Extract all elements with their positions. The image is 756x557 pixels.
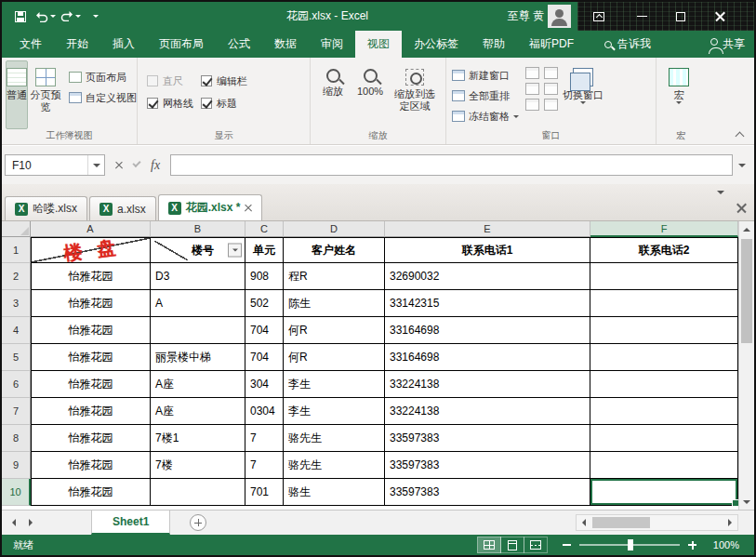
workbook-close-button[interactable] xyxy=(736,203,747,213)
sheet-nav-right-button[interactable] xyxy=(22,511,38,535)
cell-A7[interactable]: 怡雅花园 xyxy=(31,398,151,425)
zoom-slider[interactable] xyxy=(579,544,680,546)
filter-dropdown-button[interactable] xyxy=(228,244,242,258)
save-button[interactable] xyxy=(9,5,32,29)
cell-D10[interactable]: 骆生 xyxy=(284,479,385,506)
share-button[interactable]: 共享 xyxy=(710,31,745,58)
undo-button[interactable] xyxy=(34,5,57,29)
cell-B10[interactable] xyxy=(151,479,245,506)
cell-C10[interactable]: 701 xyxy=(245,479,284,506)
cell-B5[interactable]: 丽景楼中梯 xyxy=(151,344,245,371)
cell-A8[interactable]: 怡雅花园 xyxy=(31,425,151,452)
row-header-4[interactable]: 4 xyxy=(2,317,31,344)
close-button[interactable] xyxy=(704,2,736,31)
split-button[interactable] xyxy=(525,67,539,79)
file-tab-huayuan[interactable]: 花园.xlsx * xyxy=(158,194,263,220)
insert-function-button[interactable]: fx xyxy=(151,158,160,173)
cancel-entry-button[interactable] xyxy=(115,162,123,169)
cell-B6[interactable]: A座 xyxy=(151,371,245,398)
ribbon-tab-office-tab[interactable]: 办公标签 xyxy=(402,31,471,58)
scroll-left-button[interactable] xyxy=(577,515,591,530)
freeze-panes-button[interactable]: 冻结窗格 xyxy=(450,106,521,126)
cell-C4[interactable]: 704 xyxy=(245,317,284,344)
cell-C8[interactable]: 7 xyxy=(245,425,284,452)
cell-F1[interactable]: 联系电话2 xyxy=(590,237,738,263)
ribbon-display-options-button[interactable] xyxy=(585,2,613,31)
page-layout-shortcut[interactable] xyxy=(500,537,524,553)
normal-view-shortcut[interactable] xyxy=(477,537,501,553)
ribbon-tab-review[interactable]: 审阅 xyxy=(309,31,355,58)
arrange-all-button[interactable]: 全部重排 xyxy=(450,86,521,106)
page-break-preview-button[interactable]: 分页预览 xyxy=(28,60,63,129)
cell-C3[interactable]: 502 xyxy=(245,290,284,317)
column-header-E[interactable]: E xyxy=(385,221,590,237)
cell-B1[interactable]: 楼号 xyxy=(151,237,245,263)
tell-me-box[interactable]: 告诉我 xyxy=(604,31,651,58)
ribbon-tab-foxit-pdf[interactable]: 福昕PDF xyxy=(517,31,586,58)
cell-D2[interactable]: 程R xyxy=(284,263,385,290)
page-layout-view-button[interactable]: 页面布局 xyxy=(66,67,139,87)
row-header-6[interactable]: 6 xyxy=(2,371,31,398)
cell-D6[interactable]: 李生 xyxy=(284,371,385,398)
new-window-button[interactable]: 新建窗口 xyxy=(450,65,521,86)
zoom-slider-handle[interactable] xyxy=(628,539,633,550)
zoom-percentage[interactable]: 100% xyxy=(702,539,739,550)
cell-A6[interactable]: 怡雅花园 xyxy=(31,371,151,398)
page-break-shortcut[interactable] xyxy=(524,537,548,553)
macros-button[interactable]: 宏 xyxy=(660,60,697,129)
cell-A9[interactable]: 怡雅花园 xyxy=(31,452,151,479)
cell-D1[interactable]: 客户姓名 xyxy=(284,237,385,263)
ribbon-tab-home[interactable]: 开始 xyxy=(54,31,100,58)
custom-views-button[interactable]: 自定义视图 xyxy=(66,87,139,108)
cell-F6[interactable] xyxy=(590,371,738,398)
view-side-by-side-button[interactable] xyxy=(544,67,558,79)
confirm-entry-button[interactable] xyxy=(132,159,140,167)
new-sheet-button[interactable] xyxy=(190,514,206,531)
row-header-10[interactable]: 10 xyxy=(2,479,31,506)
zoom-button[interactable]: 缩放 xyxy=(314,60,351,129)
headings-checkbox[interactable]: 标题 xyxy=(201,92,266,114)
normal-view-button[interactable]: 普通 xyxy=(6,60,28,129)
sheet-nav-left-button[interactable] xyxy=(6,511,21,535)
cell-E4[interactable]: 33164698 xyxy=(385,317,590,344)
cell-E1[interactable]: 联系电话1 xyxy=(385,237,590,263)
cell-F2[interactable] xyxy=(590,263,738,290)
formula-bar-checkbox[interactable]: 编辑栏 xyxy=(201,70,266,92)
cell-E3[interactable]: 33142315 xyxy=(385,290,590,317)
file-tab-halou[interactable]: 哈喽.xlsx xyxy=(5,196,87,220)
vertical-scrollbar[interactable] xyxy=(738,221,754,510)
row-header-8[interactable]: 8 xyxy=(2,425,31,452)
column-header-A[interactable]: A xyxy=(31,221,151,237)
cell-B9[interactable]: 7楼 xyxy=(151,452,245,479)
scroll-up-button[interactable] xyxy=(739,221,754,237)
ruler-checkbox[interactable]: 直尺 xyxy=(147,70,201,92)
cell-F8[interactable] xyxy=(590,425,738,452)
cell-C1[interactable]: 单元 xyxy=(245,237,284,263)
cell-C9[interactable]: 7 xyxy=(245,452,284,479)
collapse-ribbon-button[interactable] xyxy=(732,128,747,139)
cell-D4[interactable]: 何R xyxy=(284,317,385,344)
cell-C6[interactable]: 304 xyxy=(245,371,284,398)
vertical-scroll-thumb[interactable] xyxy=(741,239,752,343)
minimize-button[interactable] xyxy=(626,2,657,31)
cell-A5[interactable]: 怡雅花园 xyxy=(31,344,151,371)
ribbon-tab-page-layout[interactable]: 页面布局 xyxy=(147,31,216,58)
zoom-to-selection-button[interactable]: 缩放到选定区域 xyxy=(389,60,441,129)
name-box-dropdown[interactable] xyxy=(88,155,104,175)
sheet-tab-sheet1[interactable]: Sheet1 xyxy=(91,511,170,535)
cell-E10[interactable]: 33597383 xyxy=(385,479,590,506)
cell-E6[interactable]: 33224138 xyxy=(385,371,590,398)
formula-input[interactable] xyxy=(170,154,733,176)
user-avatar[interactable] xyxy=(548,5,571,28)
row-header-1[interactable]: 1 xyxy=(2,237,31,263)
ribbon-tab-view[interactable]: 视图 xyxy=(355,31,402,58)
row-header-3[interactable]: 3 xyxy=(2,290,31,317)
cell-E2[interactable]: 32690032 xyxy=(385,263,590,290)
cell-B3[interactable]: A xyxy=(151,290,245,317)
row-header-7[interactable]: 7 xyxy=(2,398,31,425)
column-header-C[interactable]: C xyxy=(245,221,284,237)
select-all-corner[interactable] xyxy=(2,221,31,237)
formula-bar-expand-button[interactable] xyxy=(733,154,751,176)
cell-A10[interactable]: 怡雅花园 xyxy=(31,479,151,506)
column-header-D[interactable]: D xyxy=(284,221,385,237)
